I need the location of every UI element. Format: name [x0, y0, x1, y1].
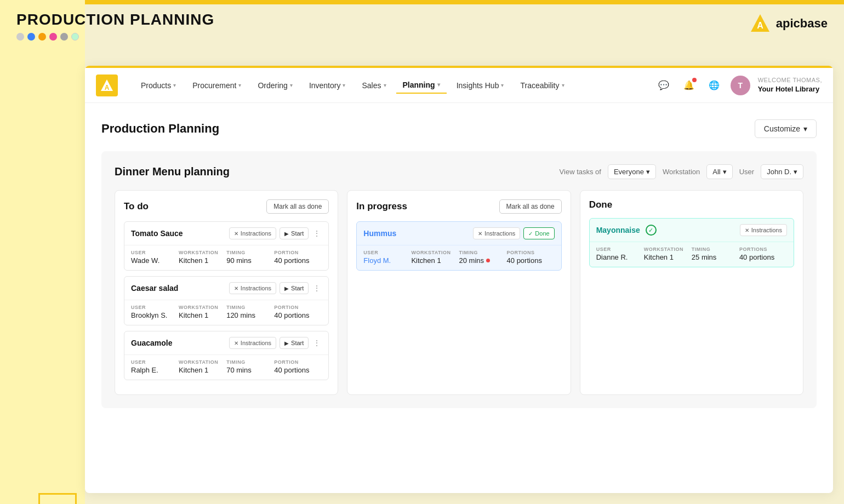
task-name-tomato-sauce: Tomato Sauce — [131, 229, 183, 238]
dot-2 — [27, 33, 35, 41]
caesar-salad-start-button[interactable]: ▶ Start — [280, 282, 309, 294]
customize-button[interactable]: Customize ▾ — [755, 119, 817, 138]
board-title: Dinner Menu planning — [115, 165, 230, 178]
chevron-down-icon: ▾ — [723, 168, 727, 176]
x-icon: ✕ — [234, 340, 238, 346]
nav-inventory[interactable]: Inventory ▾ — [303, 78, 352, 93]
hummus-portions-value: 40 portions — [507, 256, 555, 265]
todo-column: To do Mark all as done Tomato Sauce ✕ In… — [115, 190, 338, 395]
mayonnaise-user-field: USER Dianne R. — [596, 247, 644, 261]
caesar-salad-workstation-field: WORKSTATION Kitchen 1 — [179, 305, 226, 319]
x-icon: ✕ — [234, 231, 238, 237]
play-icon: ▶ — [284, 231, 289, 237]
globe-icon-button[interactable]: 🌐 — [705, 77, 723, 94]
mayonnaise-user-value: Dianne R. — [596, 253, 644, 261]
guacamole-start-button[interactable]: ▶ Start — [280, 337, 309, 349]
task-guacamole-body: USER Ralph E. WORKSTATION Kitchen 1 TIMI… — [124, 355, 328, 380]
task-guacamole-actions: ✕ Instractions ▶ Start ⋮ — [229, 337, 322, 349]
tomato-sauce-more-icon[interactable]: ⋮ — [312, 229, 322, 238]
task-mayonnaise-body: USER Dianne R. WORKSTATION Kitchen 1 TIM… — [590, 242, 794, 267]
chevron-down-icon: ▾ — [238, 82, 241, 88]
app-title-area: PRODUCTION PLANNING — [16, 11, 214, 41]
done-check-icon: ✓ — [646, 225, 657, 236]
task-mayonnaise-actions: ✕ Instractions — [740, 224, 787, 236]
caesar-salad-instructions-button[interactable]: ✕ Instractions — [229, 282, 276, 294]
svg-text:A: A — [757, 21, 763, 30]
nav-procurement[interactable]: Procurement ▾ — [186, 78, 248, 93]
hummus-user-value: Floyd M. — [363, 256, 411, 265]
todo-column-title: To do — [124, 201, 149, 212]
task-caesar-salad-body: USER Brooklyn S. WORKSTATION Kitchen 1 T… — [124, 300, 328, 325]
notification-badge — [692, 78, 697, 82]
mayonnaise-portions-field: PORTIONS 40 portions — [739, 247, 787, 261]
everyone-filter[interactable]: Everyone ▾ — [608, 164, 656, 179]
nav-products[interactable]: Products ▾ — [134, 78, 183, 93]
mayonnaise-timing-field: TIMING 25 mins — [692, 247, 739, 261]
done-column: Done Mayonnaise ✓ ✕ Ins — [580, 190, 803, 395]
task-name-guacamole: Guacamole — [131, 339, 172, 347]
x-icon: ✕ — [234, 285, 238, 291]
in-progress-column-title: In progress — [356, 201, 407, 212]
left-bg-panel — [0, 0, 85, 504]
chevron-down-icon: ▾ — [290, 82, 293, 88]
guacamole-more-icon[interactable]: ⋮ — [312, 339, 322, 347]
nav-ordering[interactable]: Ordering ▾ — [251, 78, 299, 93]
x-icon: ✕ — [745, 227, 749, 233]
tomato-sauce-timing-field: TIMING 90 mins — [226, 250, 274, 265]
guacamole-user-field: USER Ralph E. — [131, 359, 179, 374]
task-card-mayonnaise: Mayonnaise ✓ ✕ Instractions — [589, 218, 794, 267]
user-filter[interactable]: John D. ▾ — [761, 164, 803, 179]
todo-mark-all-button[interactable]: Mark all as done — [266, 199, 329, 214]
caesar-salad-more-icon[interactable]: ⋮ — [312, 284, 322, 293]
avatar[interactable]: T — [731, 76, 750, 95]
done-column-title: Done — [589, 199, 613, 210]
nav-sales[interactable]: Sales ▾ — [355, 78, 392, 93]
tomato-sauce-workstation-value: Kitchen 1 — [179, 256, 226, 265]
tomato-sauce-start-button[interactable]: ▶ Start — [280, 227, 309, 239]
caesar-salad-workstation-value: Kitchen 1 — [179, 311, 226, 319]
in-progress-mark-all-button[interactable]: Mark all as done — [499, 199, 562, 214]
guacamole-timing-value: 70 mins — [226, 366, 274, 374]
caesar-salad-portion-value: 40 portions — [274, 311, 322, 319]
task-hummus-actions: ✕ Instractions ✓ Done — [473, 227, 555, 239]
hummus-timing-field: TIMING 20 mins — [459, 250, 506, 265]
workstation-filter[interactable]: All ▾ — [706, 164, 732, 179]
chat-icon-button[interactable]: 💬 — [655, 77, 672, 94]
guacamole-user-value: Ralph E. — [131, 366, 179, 374]
x-icon: ✕ — [478, 231, 482, 237]
mayonnaise-workstation-value: Kitchen 1 — [644, 253, 692, 261]
nav-insights-hub[interactable]: Insights Hub ▾ — [450, 78, 511, 93]
welcome-text: WELCOME THOMAS, — [758, 76, 822, 84]
mayonnaise-instructions-button[interactable]: ✕ Instractions — [740, 224, 787, 236]
task-name-mayonnaise: Mayonnaise — [596, 226, 640, 234]
guacamole-workstation-field: WORKSTATION Kitchen 1 — [179, 359, 226, 374]
page-header: Production Planning Customize ▾ — [101, 119, 817, 138]
task-card-mayonnaise-header: Mayonnaise ✓ ✕ Instractions — [590, 219, 794, 242]
planning-board: Dinner Menu planning View tasks of Every… — [101, 151, 817, 408]
hummus-instructions-button[interactable]: ✕ Instractions — [473, 227, 520, 239]
mayonnaise-portions-value: 40 portions — [739, 253, 787, 261]
task-card-tomato-sauce-header: Tomato Sauce ✕ Instractions ▶ Start — [124, 222, 328, 245]
task-card-hummus: Hummus ✕ Instractions ✓ Done — [356, 221, 561, 271]
guacamole-instructions-button[interactable]: ✕ Instractions — [229, 337, 276, 349]
nav-planning[interactable]: Planning ▾ — [396, 77, 447, 94]
hummus-done-button[interactable]: ✓ Done — [523, 227, 554, 239]
task-name-caesar-salad: Caesar salad — [131, 284, 178, 293]
task-card-guacamole-header: Guacamole ✕ Instractions ▶ Start — [124, 331, 328, 355]
play-icon: ▶ — [284, 285, 289, 291]
user-subtitle: Your Hotel Library — [758, 84, 822, 94]
tomato-sauce-instructions-button[interactable]: ✕ Instractions — [229, 227, 276, 239]
chevron-down-icon: ▾ — [562, 82, 564, 88]
nav-traceability[interactable]: Traceability ▾ — [514, 78, 571, 93]
apicbase-logo-icon: A — [749, 12, 772, 35]
board-header: Dinner Menu planning View tasks of Every… — [115, 164, 803, 179]
caesar-salad-user-field: USER Brooklyn S. — [131, 305, 179, 319]
mayonnaise-workstation-field: WORKSTATION Kitchen 1 — [644, 247, 692, 261]
bell-icon-button[interactable]: 🔔 — [680, 77, 698, 94]
nav-logo: A — [96, 75, 118, 96]
chevron-down-icon: ▾ — [343, 82, 345, 88]
tomato-sauce-portion-value: 40 portions — [274, 256, 322, 265]
task-tomato-sauce-actions: ✕ Instractions ▶ Start ⋮ — [229, 227, 322, 239]
caesar-salad-portion-field: PORTION 40 portions — [274, 305, 322, 319]
done-column-header: Done — [589, 199, 794, 210]
